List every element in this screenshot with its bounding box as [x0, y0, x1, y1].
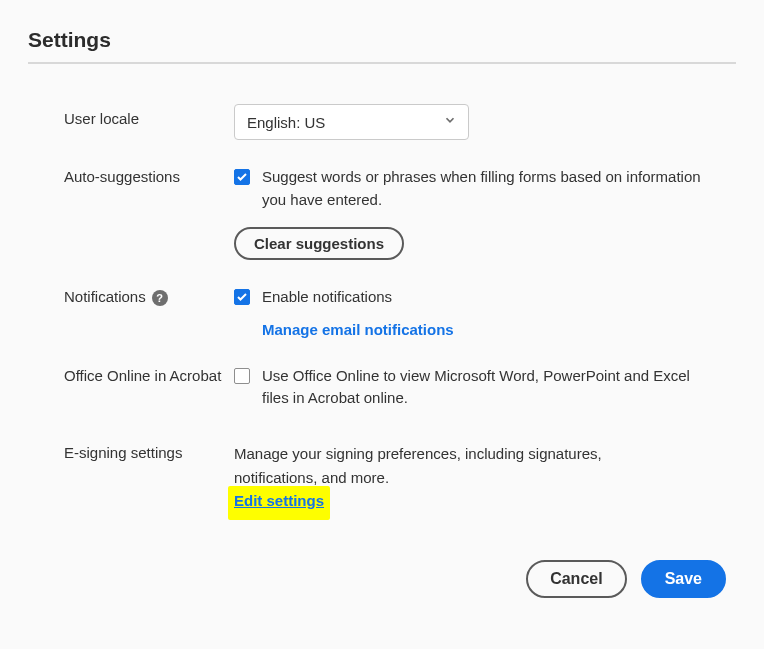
save-button[interactable]: Save	[641, 560, 726, 598]
row-notifications: Notifications ? Enable notifications Man…	[64, 286, 716, 339]
row-esigning: E-signing settings Manage your signing p…	[64, 442, 716, 510]
manage-email-notifications-link[interactable]: Manage email notifications	[262, 321, 454, 338]
label-office-online: Office Online in Acrobat	[64, 365, 234, 384]
locale-select[interactable]: English: US	[234, 104, 469, 140]
office-online-checkbox[interactable]	[234, 368, 250, 384]
row-user-locale: User locale English: US	[64, 104, 716, 140]
cancel-button[interactable]: Cancel	[526, 560, 626, 598]
notifications-text: Enable notifications	[262, 286, 392, 309]
help-icon[interactable]: ?	[152, 290, 168, 306]
label-user-locale: User locale	[64, 104, 234, 127]
auto-suggestions-text: Suggest words or phrases when filling fo…	[262, 166, 702, 211]
clear-suggestions-button[interactable]: Clear suggestions	[234, 227, 404, 260]
divider	[28, 62, 736, 64]
esigning-description: Manage your signing preferences, includi…	[234, 442, 674, 490]
notifications-checkbox[interactable]	[234, 289, 250, 305]
label-esigning: E-signing settings	[64, 442, 234, 461]
row-auto-suggestions: Auto-suggestions Suggest words or phrase…	[64, 166, 716, 260]
label-notifications: Notifications ?	[64, 286, 234, 306]
row-office-online: Office Online in Acrobat Use Office Onli…	[64, 365, 716, 416]
page-title: Settings	[28, 28, 736, 52]
label-auto-suggestions: Auto-suggestions	[64, 166, 234, 185]
office-online-text: Use Office Online to view Microsoft Word…	[262, 365, 702, 410]
locale-select-value: English: US	[247, 114, 325, 131]
auto-suggestions-checkbox[interactable]	[234, 169, 250, 185]
edit-settings-link[interactable]: Edit settings	[234, 492, 324, 509]
footer: Cancel Save	[28, 560, 736, 598]
